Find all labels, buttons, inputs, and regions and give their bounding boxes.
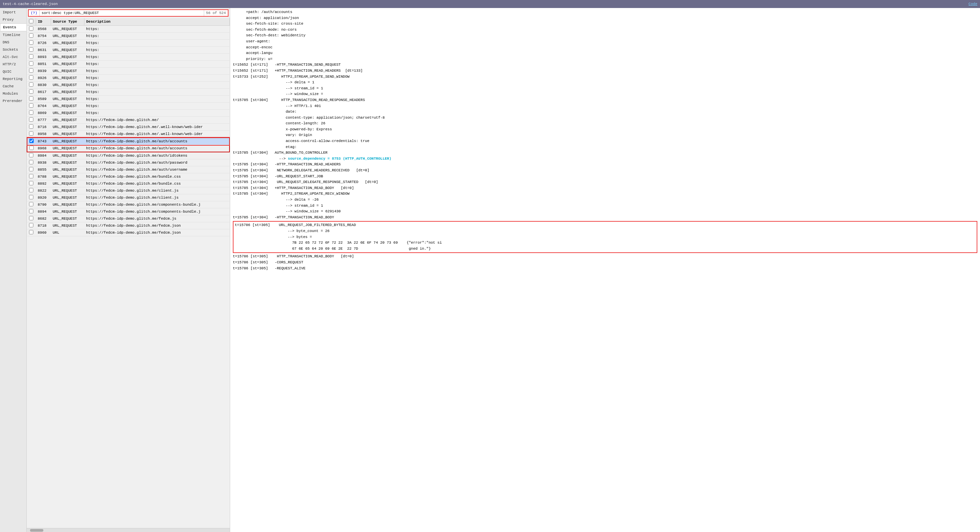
sidebar-item-reporting[interactable]: Reporting [0,75,26,83]
row-checkbox[interactable] [29,75,33,79]
row-checkbox[interactable] [29,68,33,73]
sidebar-item-cache[interactable]: Cache [0,83,26,90]
row-checkbox[interactable] [29,40,33,44]
table-row[interactable]: 8777URL_REQUESThttps://fedcm-idp-demo.gl… [27,117,229,124]
table-row[interactable]: 8938URL_REQUESThttps://fedcm-idp-demo.gl… [27,159,229,166]
row-source-type: URL_REQUEST [51,159,84,166]
row-checkbox[interactable] [29,33,33,38]
row-checkbox[interactable] [29,26,33,31]
table-row[interactable]: 8589URL_REQUESThttps: [27,96,229,103]
sidebar-item-import[interactable]: Import [0,9,26,16]
row-checkbox[interactable] [29,167,33,172]
search-input[interactable] [40,10,204,16]
row-checkbox[interactable] [29,124,33,129]
sidebar-item-prerender[interactable]: Prerender [0,97,26,105]
sidebar-item-dns[interactable]: DNS [0,39,26,46]
table-row[interactable]: 8743URL_REQUESThttps://fedcm-idp-demo.gl… [27,138,229,145]
row-checkbox[interactable] [29,83,33,87]
row-checkbox[interactable] [29,47,33,52]
row-source-type: URL_REQUEST [51,54,84,61]
row-checkbox[interactable] [29,181,33,185]
sidebar-item-alt-svc[interactable]: Alt-Svc [0,53,26,61]
table-row[interactable]: 8926URL_REQUESThttps: [27,75,229,82]
row-id: 8926 [36,75,51,82]
table-row[interactable]: 8869URL_REQUESThttps: [27,110,229,117]
row-checkbox-cell [27,229,36,236]
row-source-type: URL_REQUEST [51,131,84,138]
table-row[interactable]: 8893URL_REQUESThttps: [27,54,229,61]
table-row[interactable]: 8830URL_REQUESThttps: [27,82,229,89]
row-source-type: URL_REQUEST [51,166,84,173]
row-id: 8743 [36,138,51,145]
row-checkbox[interactable] [29,61,33,66]
row-checkbox-cell [27,145,36,152]
sidebar-item-proxy[interactable]: Proxy [0,16,26,23]
table-row[interactable]: 8968URL_REQUESThttps://fedcm-idp-demo.gl… [27,145,229,152]
row-checkbox-cell [27,96,36,103]
row-checkbox[interactable] [29,153,33,157]
events-tbody: 8568URL_REQUESThttps:8754URL_REQUESThttp… [27,25,229,236]
table-row[interactable]: 8568URL_REQUESThttps: [27,25,229,33]
table-row[interactable]: 8788URL_REQUESThttps://fedcm-idp-demo.gl… [27,173,229,180]
row-id: 8788 [36,173,51,180]
row-checkbox[interactable] [29,139,34,143]
table-row[interactable]: 8718URL_REQUESThttps://fedcm-idp-demo.gl… [27,222,229,229]
sidebar-item-http2[interactable]: HTTP/2 [0,61,26,68]
row-checkbox[interactable] [29,174,33,178]
row-description: https://fedcm-idp-demo.glitch.me/auth/pa… [84,159,229,166]
search-help-button[interactable]: (?) [29,10,40,16]
row-checkbox[interactable] [29,202,33,206]
sidebar-item-modules[interactable]: Modules [0,90,26,97]
table-row[interactable]: 8892URL_REQUESThttps://fedcm-idp-demo.gl… [27,180,229,187]
source-dependency-link[interactable]: source_dependency = 8753 (HTTP_AUTH_CONT… [288,157,391,161]
table-row[interactable]: 8894URL_REQUESThttps://fedcm-idp-demo.gl… [27,208,229,215]
row-checkbox[interactable] [29,103,33,108]
table-row[interactable]: 8726URL_REQUESThttps: [27,40,229,47]
row-checkbox[interactable] [29,160,33,164]
row-id: 8939 [36,68,51,75]
detail-line: user-agent: [233,39,977,44]
row-checkbox[interactable] [29,131,33,136]
row-checkbox[interactable] [29,223,33,227]
table-row[interactable]: 8682URL_REQUESThttps://fedcm-idp-demo.gl… [27,215,229,222]
table-row[interactable]: 8920URL_REQUESThttps://fedcm-idp-demo.gl… [27,194,229,201]
row-checkbox[interactable] [29,54,33,59]
table-row[interactable]: 8716URL_REQUESThttps://fedcm-idp-demo.gl… [27,124,229,131]
detail-line: vary: Origin [233,132,977,138]
select-all-checkbox[interactable] [29,19,33,23]
row-source-type: URL_REQUEST [51,33,84,40]
table-row[interactable]: 8958URL_REQUESThttps://fedcm-idp-demo.gl… [27,131,229,138]
row-checkbox[interactable] [29,216,33,220]
row-checkbox[interactable] [29,110,33,115]
table-row[interactable]: 8939URL_REQUESThttps: [27,68,229,75]
row-description: https: [84,110,229,117]
table-row[interactable]: 8631URL_REQUESThttps: [27,47,229,54]
table-row[interactable]: 8984URL_REQUESThttps://fedcm-idp-demo.gl… [27,152,229,159]
scroll-thumb[interactable] [30,529,43,532]
row-checkbox[interactable] [29,188,33,192]
table-row[interactable]: 8851URL_REQUESThttps: [27,61,229,68]
row-source-type: URL_REQUEST [51,25,84,33]
row-checkbox[interactable] [29,89,33,94]
table-row[interactable]: 8617URL_REQUESThttps: [27,89,229,96]
table-row[interactable]: 8822URL_REQUESThttps://fedcm-idp-demo.gl… [27,187,229,194]
table-row[interactable]: 8960URLhttps://fedcm-idp-demo.glitch.me/… [27,229,229,236]
row-checkbox[interactable] [29,195,33,199]
row-description: https://fedcm-idp-demo.glitch.me/auth/id… [84,152,229,159]
table-row[interactable]: 8764URL_REQUESThttps: [27,103,229,110]
row-checkbox[interactable] [29,118,33,122]
row-checkbox-cell [27,117,36,124]
table-row[interactable]: 8790URL_REQUESThttps://fedcm-idp-demo.gl… [27,201,229,208]
code-link[interactable]: Code [969,2,977,6]
sidebar-item-sockets[interactable]: Sockets [0,46,26,53]
row-checkbox[interactable] [29,230,33,234]
row-checkbox[interactable] [29,146,34,150]
row-checkbox[interactable] [29,96,33,101]
sidebar-item-events[interactable]: Events [0,23,26,31]
row-checkbox[interactable] [29,209,33,213]
bottom-scrollbar[interactable] [27,528,230,532]
sidebar-item-timeline[interactable]: Timeline [0,31,26,39]
table-row[interactable]: 8855URL_REQUESThttps://fedcm-idp-demo.gl… [27,166,229,173]
table-row[interactable]: 8754URL_REQUESThttps: [27,33,229,40]
sidebar-item-quic[interactable]: QUIC [0,68,26,75]
